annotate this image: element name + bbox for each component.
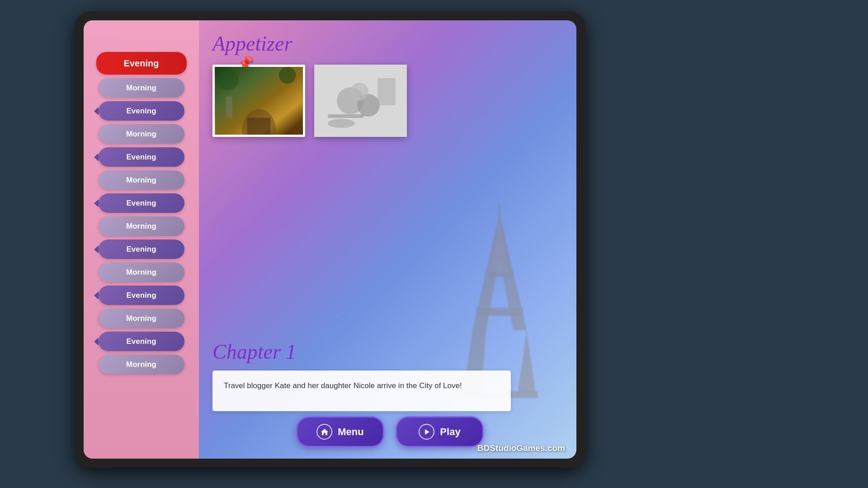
appetizer-section: Appetizer 📌	[212, 32, 563, 155]
spacer	[212, 155, 563, 340]
sidebar-arrow-6	[94, 199, 99, 207]
svg-point-19	[350, 83, 368, 101]
chapter-title: Chapter 1	[212, 340, 563, 364]
appetizer-title: Appetizer	[212, 32, 563, 56]
menu-button-label: Menu	[338, 426, 363, 438]
sidebar-item-13[interactable]: Morning	[99, 355, 184, 374]
svg-point-14	[279, 67, 296, 84]
svg-point-22	[328, 119, 355, 128]
action-buttons-row: Menu Play	[212, 416, 567, 447]
scene-food-svg	[314, 65, 407, 137]
sidebar-arrow-2	[94, 107, 99, 115]
play-icon	[419, 424, 434, 440]
sidebar-label-7: Morning	[126, 222, 156, 231]
sidebar-item-10[interactable]: Evening	[99, 286, 184, 305]
svg-rect-21	[377, 78, 396, 105]
sidebar-label-6: Evening	[126, 199, 156, 208]
sidebar-label-13: Morning	[126, 360, 156, 369]
sidebar-label-3: Morning	[126, 130, 156, 139]
scene-image-2-wrapper	[314, 65, 407, 137]
svg-rect-15	[226, 97, 232, 118]
scene-arch-svg	[215, 67, 303, 135]
brand-watermark: BDStudioGames.com	[477, 443, 565, 453]
sidebar-label-1: Morning	[126, 84, 156, 93]
scene-image-color-bg	[215, 67, 303, 135]
scene-image-1-wrapper: 📌	[212, 65, 305, 137]
sidebar-item-4[interactable]: Evening	[99, 147, 184, 167]
sidebar-label-2: Evening	[126, 107, 156, 116]
menu-icon	[316, 424, 332, 440]
play-button-label: Play	[440, 426, 460, 438]
chapter-description-box: Travel blogger Kate and her daughter Nic…	[212, 371, 511, 411]
menu-button[interactable]: Menu	[296, 416, 384, 447]
content-area: Evening Morning Evening Morning	[84, 20, 576, 459]
svg-marker-23	[321, 429, 328, 435]
sidebar-item-9[interactable]: Morning	[99, 263, 184, 282]
sidebar-item-8[interactable]: Evening	[99, 239, 184, 259]
svg-rect-20	[328, 114, 364, 118]
main-content: Appetizer 📌	[199, 20, 576, 459]
sidebar-arrow-4	[94, 153, 99, 161]
chapter-description-text: Travel blogger Kate and her daughter Nic…	[224, 381, 462, 390]
sidebar-arrow-10	[94, 291, 99, 300]
svg-marker-24	[425, 429, 429, 435]
chapter-sidebar: Evening Morning Evening Morning	[84, 20, 199, 459]
svg-rect-12	[247, 118, 271, 135]
sidebar-label-9: Morning	[126, 268, 156, 277]
sidebar-item-2[interactable]: Evening	[99, 101, 184, 121]
sidebar-arrow-12	[94, 338, 99, 346]
scene-image-grayscale[interactable]	[314, 65, 407, 137]
sidebar-label-12: Evening	[126, 337, 156, 346]
sidebar-item-5[interactable]: Morning	[99, 170, 184, 190]
device-frame: Evening Morning Evening Morning	[75, 11, 585, 468]
sidebar-item-11[interactable]: Morning	[99, 309, 184, 328]
sidebar-item-6[interactable]: Evening	[99, 193, 184, 213]
play-button[interactable]: Play	[396, 416, 484, 447]
sidebar-item-3[interactable]: Morning	[99, 124, 184, 144]
home-icon-svg	[321, 428, 329, 436]
sidebar-item-1[interactable]: Morning	[99, 78, 184, 98]
device-screen: Evening Morning Evening Morning	[84, 20, 576, 459]
sidebar-label-11: Morning	[126, 314, 156, 323]
chapter-section: Chapter 1 Travel blogger Kate and her da…	[212, 340, 563, 411]
sidebar-label-4: Evening	[126, 153, 156, 162]
sidebar-label-0: Evening	[124, 58, 159, 69]
svg-point-13	[217, 69, 239, 90]
scene-image-color[interactable]	[212, 65, 305, 137]
sidebar-item-0[interactable]: Evening	[96, 52, 187, 75]
sidebar-label-10: Evening	[126, 291, 156, 300]
sidebar-item-7[interactable]: Morning	[99, 216, 184, 236]
scene-images-row: 📌	[212, 65, 563, 137]
sidebar-label-8: Evening	[126, 245, 156, 254]
scene-image-grayscale-bg	[316, 67, 405, 135]
play-icon-svg	[423, 428, 430, 436]
sidebar-item-12[interactable]: Evening	[99, 332, 184, 351]
sidebar-arrow-8	[94, 245, 99, 253]
sidebar-label-5: Morning	[126, 176, 156, 185]
